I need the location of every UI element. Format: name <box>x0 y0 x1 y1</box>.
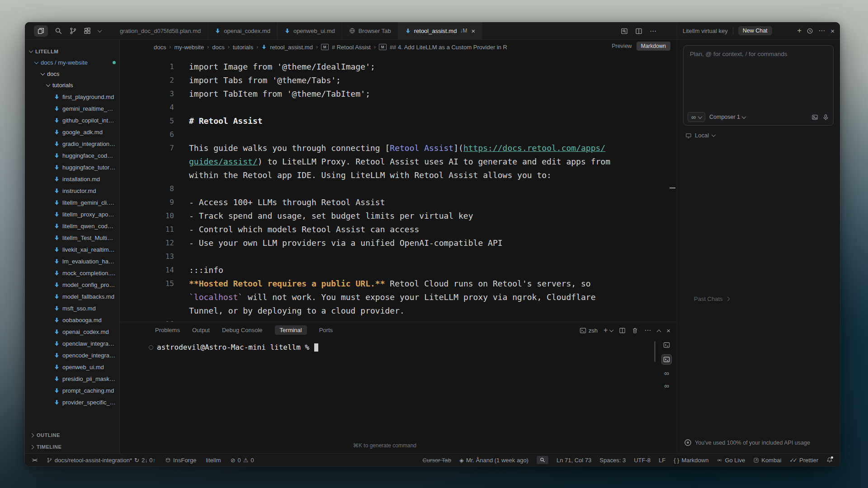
folder-docs-my-website[interactable]: docs / my-website <box>25 57 119 68</box>
file-list-item[interactable]: lm_evaluation_harness.... <box>25 255 119 267</box>
source-control-icon[interactable] <box>69 27 77 35</box>
folder-tutorials[interactable]: tutorials <box>25 80 119 91</box>
breadcrumb-item[interactable]: docs <box>212 44 224 51</box>
past-chats-link[interactable]: Past Chats <box>694 296 729 302</box>
preview-button[interactable]: Preview <box>612 43 632 49</box>
extensions-icon[interactable] <box>84 27 91 35</box>
encoding[interactable]: UTF-8 <box>634 457 651 464</box>
problems-status[interactable]: ⊘ 0 ⚠ 0 <box>231 457 254 464</box>
file-list-item[interactable]: gemini_realtime_with_a... <box>25 103 119 114</box>
breadcrumb-item[interactable]: docs <box>154 44 166 51</box>
chat-more-icon[interactable]: ⋯ <box>818 27 826 35</box>
cursor-tab-toggle[interactable]: Cursor Tab <box>423 457 451 464</box>
split-editor-icon[interactable] <box>635 28 642 35</box>
kombai-button[interactable]: Kombai <box>753 457 781 464</box>
eol-sequence[interactable]: LF <box>659 457 665 464</box>
file-list-item[interactable]: model_config_proxy.md <box>25 279 119 291</box>
tab-close-icon[interactable]: × <box>471 27 475 35</box>
insforge-status[interactable]: InsForge <box>165 457 196 464</box>
breadcrumb-symbol[interactable]: # Retool Assist <box>332 44 371 51</box>
panel-tab[interactable]: Debug Console <box>222 325 263 335</box>
file-list-item[interactable]: model_fallbacks.md <box>25 291 119 302</box>
local-context-selector[interactable]: Local <box>685 132 715 139</box>
breadcrumb-item[interactable]: tutorials <box>233 44 254 51</box>
chat-tab-litellm-key[interactable]: Litellm virtual key <box>683 28 728 34</box>
tab-browser[interactable]: Browser Tab <box>342 22 398 39</box>
code-area[interactable]: 1 import Image from '@theme/IdealImage';… <box>120 60 677 322</box>
file-list-item[interactable]: openai_codex.md <box>25 326 119 338</box>
breadcrumb[interactable]: docs › my-website › docs › tutorials › r… <box>154 40 507 54</box>
file-list-item[interactable]: huggingface_codellama... <box>25 150 119 161</box>
tab-retool-assist[interactable]: retool_assist.md ↓M × <box>398 22 482 39</box>
explorer-root-litellm[interactable]: LITELLM <box>25 46 119 57</box>
git-branch-status[interactable]: docs/retool-assist-integration* ↻ 2↓ 0↑ <box>47 457 156 464</box>
explorer-icon[interactable] <box>34 25 48 37</box>
tab-openai-codex[interactable]: openai_codex.md <box>208 22 278 39</box>
file-list-item[interactable]: google_adk.md <box>25 126 119 138</box>
panel-tab[interactable]: Problems <box>155 325 180 335</box>
file-list-item[interactable]: oobabooga.md <box>25 314 119 326</box>
folder-docs[interactable]: docs <box>25 68 119 80</box>
search-status-button[interactable] <box>537 456 548 464</box>
breadcrumb-file[interactable]: retool_assist.md <box>270 44 313 51</box>
terminal-prompt[interactable]: astrodevil@Astro-Mac-mini litellm % <box>149 343 318 352</box>
agent-mode-pill[interactable]: ∞ <box>688 112 705 122</box>
remote-indicator[interactable]: >< <box>32 457 37 463</box>
file-list-item[interactable]: prompt_caching.md <box>25 385 119 396</box>
file-list-item[interactable]: openweb_ui.md <box>25 361 119 373</box>
file-list-item[interactable]: installation.md <box>25 173 119 185</box>
markdown-button[interactable]: Markdown <box>637 42 670 51</box>
agent-terminal-icon[interactable]: ∞ <box>664 369 669 377</box>
file-list-item[interactable]: litellm_qwen_code_cli.md <box>25 220 119 232</box>
language-mode[interactable]: { } Markdown <box>674 457 708 464</box>
file-list-item[interactable]: first_playground.md <box>25 91 119 103</box>
file-list-item[interactable]: openclaw_integration.md <box>25 338 119 349</box>
maximize-panel-icon[interactable] <box>657 329 661 334</box>
sidebar-section-header[interactable]: TIMELINE <box>25 441 119 453</box>
search-icon[interactable] <box>55 27 62 35</box>
file-list-item[interactable]: presidio_pii_masking.md <box>25 373 119 385</box>
file-list-item[interactable]: mock_completion.md <box>25 267 119 279</box>
file-list-item[interactable]: instructor.md <box>25 185 119 197</box>
tab-openweb-ui[interactable]: openweb_ui.md <box>278 22 342 39</box>
attach-image-icon[interactable] <box>811 114 818 121</box>
history-clock-icon[interactable] <box>807 28 813 34</box>
file-list-item[interactable]: livekit_xai_realtime.md <box>25 244 119 255</box>
go-live-button[interactable]: Go Live <box>717 457 745 464</box>
split-terminal-icon[interactable] <box>619 327 626 334</box>
tab-plan-doc[interactable]: gration_doc_d075fd58.plan.md <box>118 22 208 39</box>
chat-tab-new-chat[interactable]: New Chat <box>738 26 772 35</box>
more-actions-icon[interactable]: ⋯ <box>644 326 651 334</box>
terminal-scrollbar[interactable] <box>654 341 656 362</box>
breadcrumb-symbol[interactable]: ## 4. Add LiteLLM as a Custom Provider i… <box>390 44 507 51</box>
search-editor-icon[interactable] <box>621 28 628 35</box>
file-list-item[interactable]: litellm_Test_Multiple_Pr... <box>25 232 119 244</box>
terminal-instance-icon[interactable] <box>662 340 671 350</box>
file-list-item[interactable]: provider_specific_para... <box>25 396 119 408</box>
new-chat-plus-icon[interactable]: + <box>797 26 802 35</box>
file-list-item[interactable]: msft_sso.md <box>25 302 119 314</box>
panel-tab[interactable]: Output <box>192 325 210 335</box>
sidebar-section-header[interactable]: OUTLINE <box>25 429 119 441</box>
voice-input-icon[interactable] <box>822 114 829 121</box>
model-selector[interactable]: Composer 1 <box>709 114 745 120</box>
prettier-button[interactable]: ✓✓ Prettier <box>789 457 818 464</box>
file-list-item[interactable]: gradio_integration.md <box>25 138 119 150</box>
close-panel-icon[interactable]: × <box>666 327 670 334</box>
indentation[interactable]: Spaces: 3 <box>599 457 626 464</box>
file-list-item[interactable]: opencode_integration.md <box>25 349 119 361</box>
terminal-instance-icon-active[interactable] <box>662 355 671 364</box>
file-list-item[interactable]: huggingface_tutorial.md <box>25 161 119 173</box>
cursor-position[interactable]: Ln 71, Col 73 <box>557 457 591 464</box>
panel-tab[interactable]: Ports <box>319 325 333 335</box>
agent-terminal-icon[interactable]: ∞ <box>664 382 669 389</box>
file-list-item[interactable]: litellm_proxy_aporia.md <box>25 208 119 220</box>
breadcrumb-item[interactable]: my-website <box>174 44 204 51</box>
chat-input[interactable] <box>689 50 829 106</box>
chevron-down-icon[interactable] <box>98 28 102 33</box>
file-list-item[interactable]: github_copilot_integrati... <box>25 114 119 126</box>
shell-label[interactable]: zsh <box>580 327 598 334</box>
panel-tab[interactable]: Terminal <box>275 325 307 335</box>
chat-close-icon[interactable]: × <box>830 27 835 35</box>
project-status[interactable]: litellm <box>206 457 221 464</box>
